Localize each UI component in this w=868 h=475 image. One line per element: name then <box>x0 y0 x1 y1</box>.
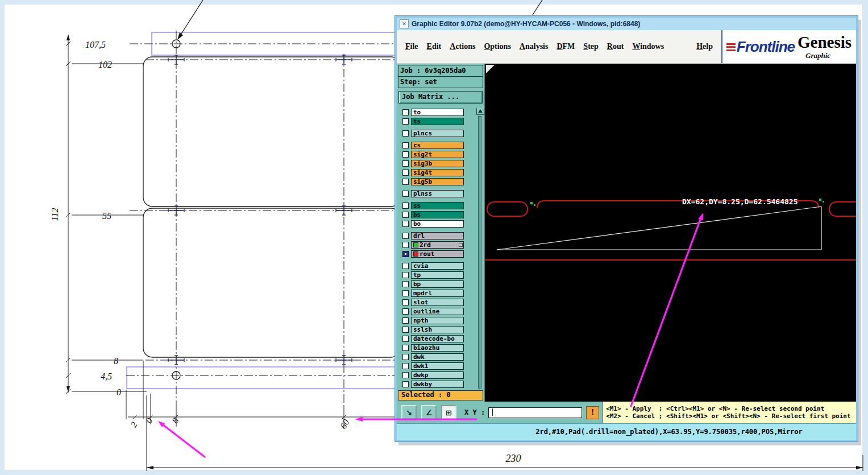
job-info-box: Job : 6v3q205da0 Step: set <box>398 65 483 88</box>
window-icon[interactable]: ✕ <box>400 19 409 28</box>
menu-actions[interactable]: Actions <box>449 41 476 52</box>
selected-count: Selected : 0 <box>398 390 483 400</box>
layer-visibility-checkbox[interactable] <box>402 160 409 167</box>
scrollbar-up-button[interactable] <box>476 108 484 115</box>
screenshot-root: 107,5 102 55 8 4,5 0 112 2 0 8 60 230 ✕ … <box>0 0 868 475</box>
layer-visibility-checkbox[interactable] <box>402 170 409 176</box>
menu-dfm[interactable]: DFM <box>556 41 575 52</box>
scrollbar-track[interactable] <box>478 116 481 389</box>
layer-row-sig4t: sig4t <box>402 168 472 177</box>
layer-name-cell[interactable]: biaozhu <box>411 344 464 352</box>
layer-visibility-checkbox[interactable] <box>402 233 409 239</box>
apply-button[interactable]: ! <box>586 406 599 419</box>
layer-row-ss: ss <box>402 201 472 210</box>
layer-name-cell[interactable]: sig4t <box>411 169 464 176</box>
layer-name-cell[interactable]: dwk <box>411 353 464 361</box>
layer-name-cell[interactable]: mpdrl <box>411 290 464 297</box>
layer-visibility-checkbox[interactable] <box>402 203 409 209</box>
xy-input[interactable] <box>488 407 582 418</box>
layer-label: sig2t <box>413 151 432 158</box>
layer-name-cell[interactable]: cs <box>411 142 464 149</box>
layer-name-cell[interactable]: to <box>411 109 464 116</box>
layer-visibility-checkbox[interactable] <box>402 151 409 158</box>
editor-canvas[interactable]: DX=62,DY=8.25,D=62.5464825 <box>485 64 856 402</box>
layer-visibility-checkbox[interactable] <box>402 336 409 342</box>
menu-edit[interactable]: Edit <box>426 41 442 52</box>
menu-step[interactable]: Step <box>583 41 599 52</box>
layer-visibility-checkbox[interactable] <box>402 191 409 197</box>
layer-name-cell[interactable]: drl <box>411 232 464 239</box>
layer-label: plncs <box>413 130 432 137</box>
dimension-label: 0 <box>144 416 155 425</box>
dimension-label: 8 <box>114 356 118 366</box>
layer-visibility-checkbox[interactable] <box>402 242 409 248</box>
layer-name-cell[interactable]: rout <box>411 250 464 258</box>
layer-name-cell[interactable]: tp <box>411 271 464 279</box>
dimension-label: 8 <box>170 416 181 425</box>
layer-name-cell[interactable]: npth <box>411 317 464 324</box>
layer-name-cell[interactable]: slot <box>411 299 464 306</box>
layer-visibility-checkbox[interactable] <box>402 299 409 305</box>
layer-label: drl <box>413 233 425 239</box>
layer-visibility-checkbox[interactable] <box>402 327 409 333</box>
layer-name-cell[interactable]: 2rd <box>411 241 464 249</box>
layer-row-outline: outline <box>402 307 472 316</box>
layer-row-ts: ts <box>402 117 472 126</box>
layer-name-cell[interactable]: dwkp <box>411 371 464 379</box>
layer-name-cell[interactable]: dwk1 <box>411 362 464 370</box>
layer-visibility-checkbox[interactable] <box>402 212 409 218</box>
layer-name-cell[interactable]: bo <box>411 220 464 228</box>
layer-name-cell[interactable]: sslsh <box>411 326 464 333</box>
layer-visibility-checkbox[interactable] <box>402 308 409 315</box>
layer-label: bs <box>413 212 421 218</box>
graphic-editor-window: ✕ Graphic Editor 9.07b2 (demo@HY-HYCAM-P… <box>395 16 858 441</box>
layer-visibility-checkbox[interactable] <box>402 272 409 278</box>
layer-visibility-checkbox[interactable] <box>402 363 409 369</box>
menu-options[interactable]: Options <box>483 41 511 52</box>
grid-tool-button[interactable]: ⊞ <box>441 405 456 420</box>
layer-visibility-checkbox[interactable] <box>402 372 409 378</box>
layer-name-cell[interactable]: cvia <box>411 262 464 270</box>
layer-visibility-checkbox[interactable] <box>402 118 409 125</box>
layer-visibility-checkbox[interactable] <box>402 354 409 360</box>
layer-name-cell[interactable]: plnss <box>411 190 464 197</box>
measurement-readout: DX=62,DY=8.25,D=62.5464825 <box>682 197 798 206</box>
layer-name-cell[interactable]: sig3b <box>411 160 464 167</box>
layer-visibility-checkbox[interactable] <box>402 345 409 351</box>
layer-visibility-checkbox[interactable] <box>402 179 409 185</box>
layer-name-cell[interactable]: plncs <box>411 130 464 137</box>
layer-visibility-checkbox[interactable] <box>402 109 409 115</box>
menu-analysis[interactable]: Analysis <box>519 41 549 52</box>
layer-row-sig5b: sig5b <box>402 177 472 186</box>
menu-help[interactable]: Help <box>696 41 713 52</box>
window-titlebar[interactable]: ✕ Graphic Editor 9.07b2 (demo@HY-HYCAM-P… <box>397 18 856 30</box>
layer-row-sig2t: sig2t <box>402 150 472 159</box>
layer-visibility-checkbox[interactable] <box>402 142 409 148</box>
layer-name-cell[interactable]: bp <box>411 280 464 288</box>
layer-visibility-checkbox[interactable] <box>402 221 409 227</box>
layer-visibility-checkbox[interactable] <box>402 263 409 269</box>
layer-visibility-checkbox[interactable] <box>402 130 409 137</box>
layer-visibility-checkbox[interactable] <box>402 281 409 287</box>
menu-rout[interactable]: Rout <box>607 41 625 52</box>
layer-visibility-checkbox[interactable] <box>402 251 409 257</box>
layer-name-cell[interactable]: sig5b <box>411 178 464 185</box>
pointer-tool-button[interactable]: ↘ <box>401 405 417 420</box>
layer-name-cell[interactable]: ts <box>411 118 464 125</box>
layer-name-cell[interactable]: datecode-bo <box>411 335 464 342</box>
layer-name-cell[interactable]: outline <box>411 308 464 315</box>
layer-name-cell[interactable]: ss <box>411 202 464 209</box>
layer-visibility-checkbox[interactable] <box>402 290 409 296</box>
layer-name-cell[interactable]: bs <box>411 211 464 218</box>
layer-visibility-checkbox[interactable] <box>402 317 409 324</box>
layer-name-cell[interactable]: sig2t <box>411 151 464 158</box>
menu-file[interactable]: File <box>405 41 419 52</box>
menu-windows[interactable]: Windows <box>632 41 665 52</box>
xy-label: X Y : <box>464 408 485 416</box>
measure-tool-button[interactable]: ∠ <box>421 405 437 420</box>
dimension-label: 107,5 <box>85 40 106 49</box>
job-matrix-button[interactable]: Job Matrix ... <box>398 91 483 104</box>
layer-visibility-checkbox[interactable] <box>402 381 409 387</box>
layer-label: plnss <box>413 191 432 197</box>
layer-name-cell[interactable]: dwkby <box>411 381 464 388</box>
